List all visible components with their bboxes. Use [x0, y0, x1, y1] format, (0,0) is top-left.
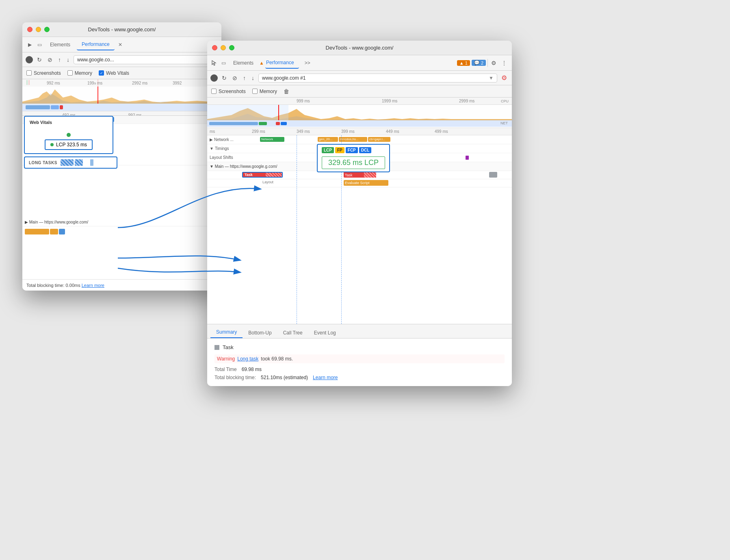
tab-bar-1: ▶ ▭ Elements Performance ✕ — [22, 37, 221, 52]
memory-check-2[interactable] — [252, 89, 258, 94]
reload-icon-2[interactable]: ↻ — [220, 74, 228, 82]
stop-icon-1[interactable]: ⊘ — [46, 56, 54, 64]
download-icon-1[interactable]: ↓ — [65, 56, 71, 64]
close-button-1[interactable] — [27, 27, 32, 32]
tab-event-log[interactable]: Event Log — [308, 327, 342, 338]
tab-elements-2[interactable]: Elements — [228, 58, 258, 68]
network-text-2: Network ... — [214, 137, 234, 142]
net-bar-text-4: cb=gapi.l... — [369, 137, 385, 141]
network-flame-bars: Network gen_20... m=cdos,hs... cb=gapi.l… — [260, 137, 509, 143]
screenshots-label-1: Screenshots — [34, 70, 61, 76]
record-button-1[interactable] — [26, 56, 33, 63]
screenshots-check-1[interactable] — [26, 70, 32, 76]
memory-checkbox-2[interactable]: Memory — [252, 89, 277, 94]
learn-more-2[interactable]: Learn more — [313, 375, 338, 380]
screenshots-checkbox-2[interactable]: Screenshots — [211, 89, 246, 94]
memory-check-1[interactable] — [67, 70, 73, 76]
window2-content: ▭ Elements ▲ Performance >> ▲ 1 💬 2 ⚙ ⋮ — [207, 55, 512, 386]
trash-icon[interactable]: 🗑 — [284, 88, 289, 95]
timings-collapse[interactable]: ▼ — [210, 146, 214, 151]
net-bar-text-3: m=cdos,hs... — [340, 137, 359, 141]
stop-icon-2[interactable]: ⊘ — [231, 74, 239, 82]
record-button-2[interactable] — [210, 74, 218, 82]
learn-more-1[interactable]: Learn more — [82, 283, 104, 288]
checkboxes-row-1: Screenshots Memory ✓ Web Vitals — [22, 67, 221, 79]
tab-summary[interactable]: Summary — [210, 326, 243, 338]
device-icon-2[interactable]: ▭ — [219, 59, 227, 67]
tab-bottom-up[interactable]: Bottom-Up — [243, 327, 277, 338]
webvitals-checkbox-1[interactable]: ✓ Web Vitals — [99, 70, 129, 76]
tab-more-2[interactable]: >> — [300, 58, 315, 68]
summary-title-row: Task — [214, 344, 505, 350]
net-bar-gold-3: m=cdos,hs... — [339, 137, 367, 142]
close-button-2[interactable] — [212, 45, 217, 50]
tag-dcl: DCL — [359, 147, 372, 153]
perf-tab-container: ▲ Performance — [259, 57, 299, 69]
bottom-tabs-2: Summary Bottom-Up Call Tree Event Log — [207, 324, 512, 339]
network-flame-row: ▶ Network ... Network gen_20... m=cdos,h… — [207, 135, 512, 144]
tab-performance-2[interactable]: Performance — [265, 57, 299, 69]
tab-elements-1[interactable]: Elements — [45, 39, 75, 50]
pointer-icon[interactable]: ▶ — [26, 41, 34, 49]
settings-red-icon[interactable]: ⚙ — [500, 73, 509, 82]
net-bar-1 — [26, 105, 50, 109]
memory-label-1: Memory — [75, 70, 92, 76]
screenshots-checkbox-1[interactable]: Screenshots — [26, 70, 61, 76]
stripe-block-2 — [75, 159, 83, 166]
separator-1 — [487, 59, 488, 67]
tab-performance-1[interactable]: Performance — [77, 39, 115, 50]
layout-text: Layout — [262, 180, 273, 184]
minimize-button-2[interactable] — [221, 45, 226, 50]
inspect-icon[interactable]: ▭ — [35, 41, 43, 49]
reload-icon-1[interactable]: ↻ — [35, 56, 43, 64]
footer-1: Total blocking time: 0.00ms Learn more — [22, 279, 221, 291]
upload-icon-1[interactable]: ↑ — [56, 56, 63, 64]
memory-checkbox-1[interactable]: Memory — [67, 70, 92, 76]
network-collapse-2[interactable]: ▶ — [210, 137, 213, 142]
minimize-button-1[interactable] — [36, 27, 41, 32]
long-task-link[interactable]: Long task — [237, 356, 258, 362]
sub-ruler-2: ms 299 ms 349 ms 399 ms 449 ms 499 ms — [207, 128, 512, 135]
download-icon-2[interactable]: ↓ — [250, 74, 256, 82]
net-bar-gold-4: cb=gapi.l... — [368, 137, 390, 142]
timing-tags-row: LCP FP FCP DCL — [322, 147, 385, 153]
url-bar-1: www.google.co... — [74, 55, 218, 64]
task-bar-outlined: Task — [242, 172, 283, 178]
lcp-indicator: LCP 323.5 ms — [30, 133, 108, 150]
net-pill-w2 — [209, 122, 258, 125]
tab-call-tree[interactable]: Call Tree — [277, 327, 308, 338]
lcp-value: LCP 323.5 ms — [56, 142, 87, 148]
layout-shifts-label: Layout Shifts — [210, 155, 258, 160]
timings-text: Timings — [215, 146, 229, 151]
screenshots-check-2[interactable] — [211, 89, 217, 94]
warn-triangle-icon: ▲ — [259, 60, 264, 66]
cpu-wave-svg-1 — [22, 85, 221, 104]
pointer-icon-2[interactable] — [210, 59, 219, 67]
fullscreen-button-1[interactable] — [44, 27, 50, 32]
sub-ruler-399: 399 ms — [341, 129, 355, 134]
summary-title: Task — [223, 344, 234, 350]
web-vitals-box: Web Vitals LCP 323.5 ms — [24, 116, 113, 154]
long-tasks-bars — [61, 159, 83, 166]
net-row-2: NET — [207, 120, 512, 127]
timings-row: ▼ Timings LCP FP FCP DCL 329.65 ms LCP — [207, 144, 512, 153]
main-task-row: Task Task — [207, 171, 512, 179]
warning-row: Warning Long task took 69.98 ms. — [214, 354, 505, 363]
task-bars-1 — [22, 228, 221, 235]
webvitals-check-1[interactable]: ✓ — [99, 70, 104, 76]
settings-icon-2[interactable]: ⚙ — [490, 59, 498, 67]
memory-label-2: Memory — [260, 89, 277, 94]
footer-text-1: Total blocking time: 0.00ms — [26, 283, 80, 288]
url-dropdown-icon[interactable]: ▼ — [489, 75, 494, 81]
lcp-badge: LCP 323.5 ms — [45, 139, 93, 150]
total-time-row: Total Time 69.98 ms — [214, 367, 505, 372]
upload-icon-2[interactable]: ↑ — [241, 74, 247, 82]
close-tab-icon[interactable]: ✕ — [116, 41, 124, 49]
msg-badge: 💬 2 — [472, 60, 486, 66]
task-bar-gold-2 — [50, 229, 58, 234]
fullscreen-button-2[interactable] — [229, 45, 234, 50]
main-row-1: ▶ Main — https://www.google.com/ — [22, 218, 221, 226]
more-icon-2[interactable]: ⋮ — [500, 59, 509, 67]
tag-fp: FP — [335, 147, 344, 153]
task-text-1: Task — [245, 173, 253, 177]
